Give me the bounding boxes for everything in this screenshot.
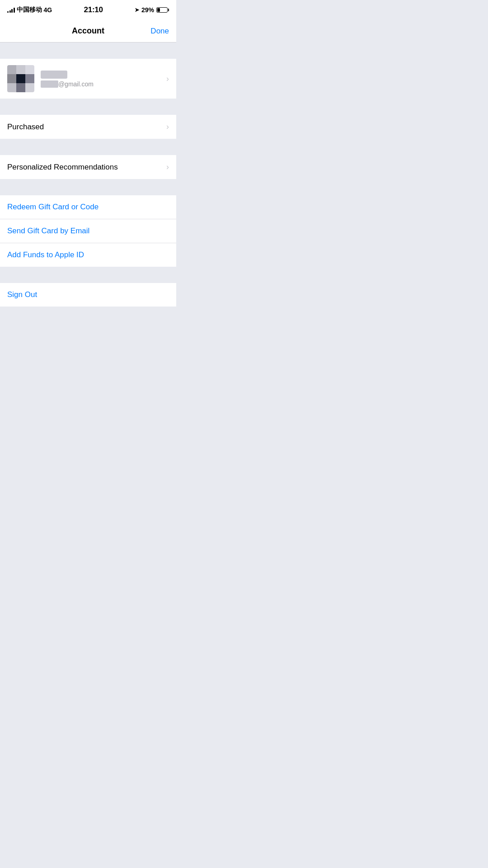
purchased-label: Purchased: [7, 123, 44, 132]
status-right: ➤ 29%: [135, 6, 169, 14]
user-name-blurred: [41, 71, 67, 79]
top-spacer: [0, 42, 176, 59]
send-gift-row[interactable]: Send Gift Card by Email: [0, 219, 176, 243]
user-email-blurred: [41, 80, 58, 88]
user-profile-section: @gmail.com ›: [0, 59, 176, 99]
sign-out-section: Sign Out: [0, 283, 176, 307]
personalized-label: Personalized Recommendations: [7, 163, 118, 172]
spacer-1: [0, 99, 176, 115]
purchased-chevron: ›: [166, 122, 169, 132]
spacer-4: [0, 267, 176, 283]
battery-percentage: 29%: [141, 6, 154, 14]
purchased-section: Purchased ›: [0, 115, 176, 139]
bottom-spacer: [0, 307, 176, 397]
nav-bar: Account Done: [0, 20, 176, 42]
add-funds-row[interactable]: Add Funds to Apple ID: [0, 243, 176, 267]
status-left: 中国移动 4G: [7, 6, 52, 14]
user-row-chevron: ›: [166, 74, 169, 84]
avatar: [7, 65, 34, 92]
personalized-chevron: ›: [166, 162, 169, 172]
location-icon: ➤: [135, 7, 139, 13]
signal-icon: [7, 7, 15, 13]
redeem-label: Redeem Gift Card or Code: [7, 203, 99, 212]
user-email: @gmail.com: [41, 80, 163, 88]
redeem-row[interactable]: Redeem Gift Card or Code: [0, 195, 176, 219]
user-info: @gmail.com: [41, 70, 163, 88]
personalized-section: Personalized Recommendations ›: [0, 155, 176, 179]
email-domain: @gmail.com: [58, 80, 94, 88]
page-title: Account: [72, 26, 104, 36]
carrier-label: 中国移动: [17, 6, 42, 14]
user-name: [41, 70, 163, 79]
personalized-row[interactable]: Personalized Recommendations ›: [0, 155, 176, 179]
sign-out-label: Sign Out: [7, 290, 37, 299]
add-funds-label: Add Funds to Apple ID: [7, 250, 84, 259]
done-button[interactable]: Done: [150, 27, 169, 36]
gift-section: Redeem Gift Card or Code Send Gift Card …: [0, 195, 176, 267]
spacer-2: [0, 139, 176, 155]
network-label: 4G: [44, 6, 52, 14]
battery-icon: [156, 7, 169, 13]
spacer-3: [0, 179, 176, 195]
status-bar: 中国移动 4G 21:10 ➤ 29%: [0, 0, 176, 20]
user-profile-row[interactable]: @gmail.com ›: [0, 59, 176, 99]
send-gift-label: Send Gift Card by Email: [7, 226, 89, 236]
purchased-row[interactable]: Purchased ›: [0, 115, 176, 139]
status-time: 21:10: [84, 5, 103, 14]
sign-out-row[interactable]: Sign Out: [0, 283, 176, 307]
